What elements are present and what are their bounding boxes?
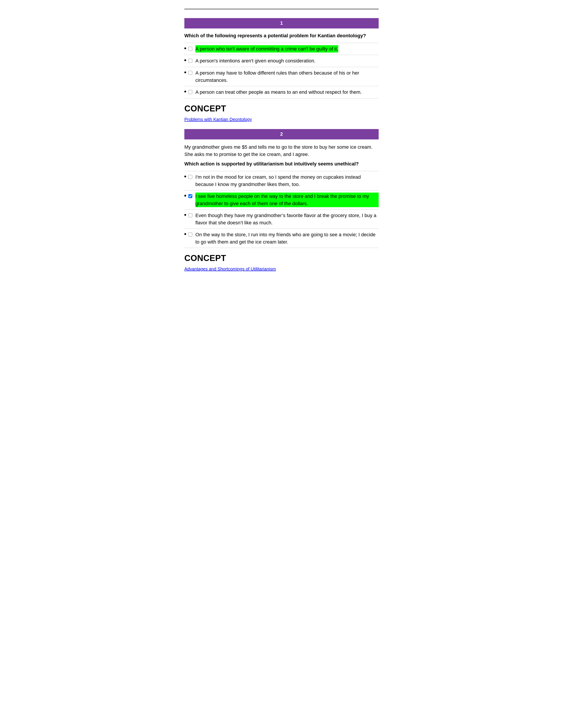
checkbox-input-q2-opt1[interactable] [188,175,192,179]
bullet-dot [184,59,186,61]
bullet-dot [184,47,186,49]
checkbox-q2-opt1[interactable] [188,174,192,181]
checkbox-q1-opt2[interactable] [188,58,192,65]
list-item: I see five homeless people on the way to… [184,190,379,210]
option-text-q1-opt2: A person's intentions aren't given enoug… [195,57,316,64]
question-2-number: 2 [280,131,283,137]
checkbox-input-q2-opt4[interactable] [188,233,192,236]
option-text-q2-opt2: I see five homeless people on the way to… [195,193,379,207]
checkbox-input-q1-opt1[interactable] [188,47,192,51]
top-divider [184,9,379,9]
question-1-options: A person who isn't aware of committing a… [184,43,379,98]
concept-label-2: CONCEPT [184,252,379,264]
bullet-dot [184,214,186,216]
question-2-options: I'm not in the mood for ice cream, so I … [184,171,379,248]
checkbox-q2-opt3[interactable] [188,212,192,219]
question-2-number-bar: 2 [184,129,379,139]
option-text-q1-opt1: A person who isn't aware of committing a… [195,45,338,53]
list-item: A person's intentions aren't given enoug… [184,55,379,67]
list-item: A person who isn't aware of committing a… [184,43,379,55]
list-item: A person may have to follow different ru… [184,67,379,86]
list-item: On the way to the store, I run into my f… [184,229,379,248]
question-1-number-bar: 1 [184,18,379,28]
bullet-dot [184,91,186,92]
checkbox-q1-opt3[interactable] [188,70,192,77]
checkbox-q2-opt4[interactable] [188,232,192,238]
option-text-q1-opt3: A person may have to follow different ru… [195,69,379,84]
list-item: A person can treat other people as means… [184,86,379,98]
question-1-block: 1 Which of the following represents a po… [184,18,379,122]
checkbox-input-q1-opt2[interactable] [188,59,192,63]
bullet-dot [184,195,186,197]
question-2-intro: My grandmother gives me $5 and tells me … [184,143,379,158]
bullet-dot [184,176,186,177]
list-item: Even though they have my grandmother’s f… [184,210,379,229]
question-1-text: Which of the following represents a pote… [184,32,379,39]
option-text-q2-opt1: I'm not in the mood for ice cream, so I … [195,173,379,188]
concept-link-2[interactable]: Advantages and Shortcomings of Utilitari… [184,266,379,272]
checkbox-input-q2-opt3[interactable] [188,213,192,217]
bullet-dot [184,71,186,73]
question-1-number: 1 [280,20,283,26]
option-text-q1-opt4: A person can treat other people as means… [195,88,362,96]
list-item: I'm not in the mood for ice cream, so I … [184,171,379,190]
question-2-text: Which action is supported by utilitarian… [184,161,379,167]
checkbox-q1-opt1[interactable] [188,46,192,53]
bullet-dot [184,233,186,235]
checkbox-input-q2-opt2[interactable] [188,194,192,198]
checkbox-input-q1-opt4[interactable] [188,90,192,94]
checkbox-q2-opt2[interactable] [188,193,192,200]
checkbox-q1-opt4[interactable] [188,89,192,96]
option-text-q2-opt3: Even though they have my grandmother’s f… [195,212,379,226]
option-text-q2-opt4: On the way to the store, I run into my f… [195,231,379,246]
concept-link-1[interactable]: Problems with Kantian Deontology [184,116,379,122]
concept-label-1: CONCEPT [184,103,379,114]
question-2-block: 2 My grandmother gives me $5 and tells m… [184,129,379,272]
checkbox-input-q1-opt3[interactable] [188,71,192,75]
